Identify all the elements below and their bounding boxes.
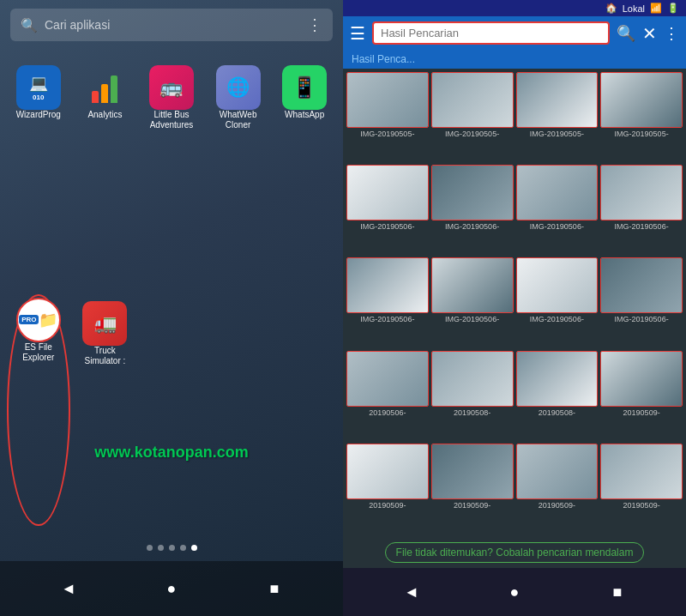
photo-item[interactable]: IMG-20190506- (600, 165, 683, 255)
app-item-wizardprog[interactable]: 💻 010 WizardProg (7, 58, 70, 291)
hint-text: File tidak ditemukan? Cobalah pencarian … (385, 542, 645, 563)
photo-label: IMG-20190506- (445, 315, 499, 324)
photo-item[interactable]: IMG-20190506- (600, 257, 683, 347)
watermark: www.kotanopan.com (94, 444, 248, 462)
photo-item[interactable]: IMG-20190505- (346, 72, 429, 162)
photo-item[interactable]: IMG-20190506- (346, 165, 429, 255)
photo-label: 20190509- (369, 501, 406, 510)
bar3 (111, 75, 117, 103)
bottom-hint: File tidak ditemukan? Cobalah pencarian … (343, 537, 686, 568)
photo-label: 20190509- (623, 408, 660, 418)
hasil-label: Hasil Penca... (343, 50, 686, 69)
photo-item[interactable]: IMG-20190506- (346, 257, 429, 347)
photo-label: IMG-20190506- (530, 315, 584, 324)
search-input[interactable] (45, 18, 300, 32)
more-icon[interactable]: ⋮ (664, 24, 679, 43)
app-item-esfile[interactable]: PRO 📁 ES File Explorer (7, 294, 70, 527)
menu-icon[interactable]: ☰ (350, 23, 365, 44)
app-label-truck: Truck Simulator : (79, 346, 130, 366)
app-item-whatsapp[interactable]: 📱 WhatsApp (273, 58, 336, 291)
search-bar: 🔍 ⋮ (10, 9, 333, 41)
bar1 (92, 91, 99, 103)
photo-label: IMG-20190506- (360, 315, 414, 324)
bar2 (101, 84, 108, 103)
photo-thumb (600, 165, 683, 220)
photo-item[interactable]: IMG-20190505- (431, 72, 514, 162)
photo-item[interactable]: IMG-20190505- (600, 72, 683, 162)
photo-item[interactable]: IMG-20190506- (516, 165, 599, 255)
recents-button[interactable]: ■ (257, 571, 292, 606)
photo-label: 20190506- (369, 408, 406, 418)
app-icon-esfile: PRO 📁 (16, 298, 61, 342)
analytics-bars (92, 72, 117, 103)
app-item-analytics[interactable]: Analytics (74, 58, 137, 291)
photo-thumb (346, 351, 429, 407)
status-bar: 🏠 Lokal 📶 🔋 (343, 0, 686, 16)
photo-item[interactable]: 20190508- (516, 351, 599, 441)
app-label-esfile: ES File Explorer (13, 342, 64, 363)
photo-thumb (431, 444, 514, 499)
top-bar: ☰ 🔍 ✕ ⋮ (343, 16, 686, 50)
photo-item[interactable]: 20190508- (431, 351, 514, 441)
photo-label: IMG-20190505- (530, 130, 584, 139)
photo-thumb (600, 444, 683, 499)
recents-button-right[interactable]: ■ (602, 577, 633, 607)
nav-bar-right: ◄ ● ■ (343, 568, 686, 616)
app-label-wizardprog: WizardProg (16, 110, 61, 120)
app-label-whatweb: WhatWeb Cloner (213, 110, 264, 130)
search-icon-right[interactable]: 🔍 (617, 24, 635, 43)
home-button[interactable]: ● (154, 571, 189, 606)
back-button[interactable]: ◄ (51, 571, 86, 606)
app-item-whatweb[interactable]: 🌐 WhatWeb Cloner (207, 58, 270, 291)
photo-thumb (346, 165, 429, 220)
photo-item[interactable]: 20190509- (516, 444, 599, 534)
photo-item[interactable]: IMG-20190506- (516, 257, 599, 347)
app-item-littlebus[interactable]: 🚌 Little Bus Adventures (140, 58, 203, 291)
dots-nav (0, 534, 343, 561)
photo-label: 20190509- (623, 501, 660, 510)
photo-thumb (346, 72, 429, 128)
left-panel: 🔍 ⋮ 💻 010 WizardProg Analytics (0, 0, 343, 616)
photo-item[interactable]: 20190509- (431, 444, 514, 534)
app-item-truck[interactable]: 🚛 Truck Simulator : (74, 294, 137, 527)
photo-label: IMG-20190506- (615, 315, 669, 324)
app-icon-truck: 🚛 (82, 301, 127, 346)
photo-item[interactable]: IMG-20190505- (516, 72, 599, 162)
right-panel: 🏠 Lokal 📶 🔋 ☰ 🔍 ✕ ⋮ Hasil Penca... IMG-2… (343, 0, 686, 616)
back-button-right[interactable]: ◄ (396, 577, 427, 607)
dot-3 (169, 545, 175, 551)
photo-item[interactable]: IMG-20190506- (431, 257, 514, 347)
home-button-right[interactable]: ● (499, 577, 530, 607)
photo-thumb (600, 257, 683, 313)
photo-item[interactable]: 20190509- (600, 444, 683, 534)
app-icon-analytics (82, 65, 127, 110)
app-icon-littlebus: 🚌 (149, 65, 194, 110)
photo-item[interactable]: 20190509- (600, 351, 683, 441)
location-label: Lokal (623, 3, 645, 14)
app-label-littlebus: Little Bus Adventures (146, 110, 197, 130)
photo-label: 20190508- (539, 408, 575, 418)
photo-item[interactable]: IMG-20190506- (431, 165, 514, 255)
app-icon-whatweb: 🌐 (216, 65, 261, 110)
dot-4 (180, 545, 186, 551)
dot-5-active (191, 545, 197, 551)
photo-thumb (516, 351, 599, 407)
photo-label: IMG-20190506- (615, 222, 669, 232)
photo-label: IMG-20190505- (360, 130, 414, 139)
app-label-whatsapp: WhatsApp (285, 110, 324, 120)
photo-item[interactable]: 20190506- (346, 351, 429, 441)
photo-item[interactable]: 20190509- (346, 444, 429, 534)
esfile-circle: PRO 📁 (16, 298, 61, 342)
photo-thumb (346, 444, 429, 499)
photo-thumb (600, 351, 683, 407)
search-box-right[interactable] (372, 21, 610, 45)
photo-label: IMG-20190506- (360, 222, 414, 232)
photo-thumb (600, 72, 683, 128)
photo-thumb (516, 444, 599, 499)
photo-thumb (516, 165, 599, 220)
signal-icon: 📶 (650, 3, 662, 14)
battery-icon: 🔋 (667, 3, 679, 14)
photo-label: 20190509- (454, 501, 490, 510)
more-options-icon[interactable]: ⋮ (307, 15, 322, 34)
close-icon[interactable]: ✕ (642, 23, 657, 44)
